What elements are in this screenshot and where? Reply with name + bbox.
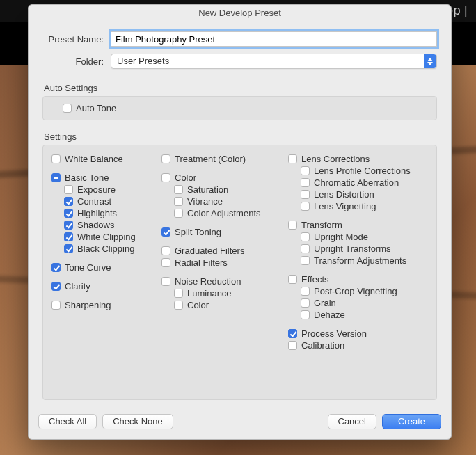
tone-curve-checkbox[interactable]: Tone Curve (51, 262, 161, 273)
preset-name-label: Preset Name: (42, 34, 104, 45)
settings-col-1: White BalanceBasic ToneExposureContrastH… (51, 154, 161, 390)
preset-name-input[interactable] (111, 31, 437, 47)
upright-mode-checkbox-input[interactable] (301, 232, 310, 241)
exposure-checkbox-input[interactable] (64, 185, 73, 194)
auto-settings-panel: Auto Tone (42, 96, 437, 120)
basic-tone-checkbox-input[interactable] (51, 173, 61, 182)
basic-tone-label: Basic Tone (65, 173, 109, 183)
lens-profile-corrections-checkbox[interactable]: Lens Profile Corrections (301, 166, 428, 176)
shadows-checkbox-input[interactable] (64, 221, 73, 230)
effects-checkbox[interactable]: Effects (288, 274, 428, 285)
auto-tone-label: Auto Tone (76, 103, 116, 113)
white-balance-checkbox[interactable]: White Balance (51, 154, 161, 164)
contrast-checkbox-input[interactable] (64, 197, 73, 206)
svg-marker-0 (427, 58, 433, 61)
grain-checkbox[interactable]: Grain (301, 298, 428, 308)
exposure-label: Exposure (77, 184, 116, 195)
noise-reduction-checkbox-input[interactable] (161, 277, 170, 286)
treatment-color-checkbox[interactable]: Treatment (Color) (161, 154, 288, 164)
white-clipping-checkbox-input[interactable] (64, 232, 73, 241)
create-button[interactable]: Create (382, 414, 441, 429)
vibrance-checkbox-input[interactable] (174, 197, 183, 206)
white-balance-checkbox-input[interactable] (51, 154, 61, 163)
transform-checkbox-input[interactable] (288, 221, 297, 230)
lens-corrections-checkbox-input[interactable] (288, 154, 297, 163)
vibrance-label: Vibrance (187, 196, 223, 207)
chromatic-aberration-checkbox-input[interactable] (301, 178, 310, 187)
chromatic-aberration-label: Chromatic Aberration (314, 177, 399, 188)
highlights-checkbox-input[interactable] (64, 209, 73, 218)
black-clipping-checkbox[interactable]: Black Clipping (64, 244, 161, 254)
grain-checkbox-input[interactable] (301, 298, 310, 308)
saturation-checkbox[interactable]: Saturation (174, 184, 288, 195)
lens-distortion-checkbox-input[interactable] (301, 190, 310, 199)
lens-vignetting-checkbox-input[interactable] (301, 202, 310, 211)
white-clipping-checkbox[interactable]: White Clipping (64, 232, 161, 242)
black-clipping-checkbox-input[interactable] (64, 244, 73, 253)
sharpening-checkbox-input[interactable] (51, 301, 61, 310)
upright-transforms-checkbox-input[interactable] (301, 244, 310, 253)
check-all-button[interactable]: Check All (38, 414, 97, 429)
contrast-checkbox[interactable]: Contrast (64, 196, 161, 207)
radial-filters-checkbox-input[interactable] (161, 258, 170, 267)
post-crop-vignetting-checkbox-input[interactable] (301, 287, 310, 296)
clarity-checkbox-input[interactable] (51, 282, 61, 291)
color-adjustments-checkbox-input[interactable] (174, 209, 183, 218)
process-version-checkbox-input[interactable] (288, 329, 297, 338)
calibration-checkbox[interactable]: Calibration (288, 340, 428, 351)
split-toning-checkbox[interactable]: Split Toning (161, 227, 288, 237)
check-none-button[interactable]: Check None (102, 414, 173, 429)
split-toning-checkbox-input[interactable] (161, 228, 170, 237)
vibrance-checkbox[interactable]: Vibrance (174, 196, 288, 207)
tone-curve-checkbox-input[interactable] (51, 263, 61, 272)
transform-adjustments-checkbox[interactable]: Transform Adjustments (301, 255, 428, 266)
dehaze-checkbox[interactable]: Dehaze (301, 310, 428, 320)
graduated-filters-checkbox-input[interactable] (161, 246, 170, 255)
auto-tone-checkbox[interactable]: Auto Tone (63, 103, 429, 113)
color-checkbox[interactable]: Color (174, 300, 288, 310)
treatment-color-checkbox-input[interactable] (161, 154, 170, 163)
color-checkbox[interactable]: Color (161, 173, 288, 183)
highlights-checkbox[interactable]: Highlights (64, 208, 161, 218)
upright-transforms-checkbox[interactable]: Upright Transforms (301, 244, 428, 254)
upright-mode-checkbox[interactable]: Upright Mode (301, 232, 428, 242)
folder-select[interactable]: User Presets (111, 54, 437, 69)
settings-col-2: Treatment (Color)ColorSaturationVibrance… (161, 154, 288, 390)
lens-profile-corrections-checkbox-input[interactable] (301, 166, 310, 175)
effects-label: Effects (301, 274, 329, 285)
sharpening-checkbox[interactable]: Sharpening (51, 300, 161, 310)
clarity-checkbox[interactable]: Clarity (51, 281, 161, 292)
color-checkbox-input[interactable] (174, 301, 183, 310)
graduated-filters-label: Graduated Filters (175, 246, 244, 256)
saturation-checkbox-input[interactable] (174, 185, 183, 194)
lens-corrections-checkbox[interactable]: Lens Corrections (288, 154, 428, 164)
noise-reduction-checkbox[interactable]: Noise Reduction (161, 276, 288, 287)
dehaze-checkbox-input[interactable] (301, 310, 310, 319)
radial-filters-label: Radial Filters (175, 257, 228, 268)
calibration-checkbox-input[interactable] (288, 341, 297, 350)
color-adjustments-checkbox[interactable]: Color Adjustments (174, 208, 288, 218)
luminance-checkbox[interactable]: Luminance (174, 288, 288, 298)
saturation-label: Saturation (187, 184, 228, 195)
lens-vignetting-label: Lens Vignetting (314, 201, 376, 211)
effects-checkbox-input[interactable] (288, 275, 297, 284)
graduated-filters-checkbox[interactable]: Graduated Filters (161, 246, 288, 256)
luminance-checkbox-input[interactable] (174, 289, 183, 298)
post-crop-vignetting-label: Post-Crop Vignetting (314, 286, 397, 296)
exposure-checkbox[interactable]: Exposure (64, 184, 161, 195)
chromatic-aberration-checkbox[interactable]: Chromatic Aberration (301, 177, 428, 188)
transform-adjustments-checkbox-input[interactable] (301, 256, 310, 265)
lens-profile-corrections-label: Lens Profile Corrections (314, 166, 411, 176)
color-checkbox-input[interactable] (161, 173, 170, 182)
shadows-checkbox[interactable]: Shadows (64, 220, 161, 230)
basic-tone-checkbox[interactable]: Basic Tone (51, 173, 161, 183)
lens-distortion-checkbox[interactable]: Lens Distortion (301, 189, 428, 200)
settings-section-label: Settings (44, 131, 437, 142)
transform-checkbox[interactable]: Transform (288, 220, 428, 230)
radial-filters-checkbox[interactable]: Radial Filters (161, 257, 288, 268)
lens-vignetting-checkbox[interactable]: Lens Vignetting (301, 201, 428, 211)
cancel-button[interactable]: Cancel (328, 414, 376, 429)
auto-tone-checkbox-input[interactable] (63, 104, 72, 113)
post-crop-vignetting-checkbox[interactable]: Post-Crop Vignetting (301, 286, 428, 296)
process-version-checkbox[interactable]: Process Version (288, 328, 428, 339)
